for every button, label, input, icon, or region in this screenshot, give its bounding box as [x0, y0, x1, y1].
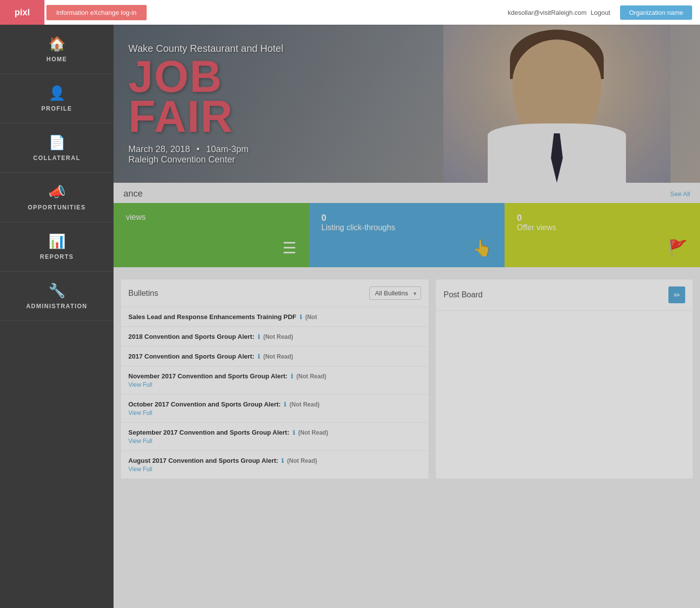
sidebar-item-label-collateral: COLLATERAL: [33, 155, 80, 162]
bulletin-item: November 2017 Convention and Sports Grou…: [121, 366, 428, 395]
bulletin-status: (Not Read): [288, 401, 319, 408]
bulletins-panel: Bulletins All Bulletins Sales Lead and R…: [121, 280, 428, 479]
stat-offer-views-label: Offer views: [517, 223, 688, 232]
info-icon: ℹ: [293, 429, 295, 436]
bulletin-title: October 2017 Convention and Sports Group…: [128, 401, 421, 408]
bulletin-status: (Not Read): [285, 457, 317, 464]
logo-text: pixl: [14, 7, 30, 18]
user-email: kdesollar@visitRaleigh.com: [508, 9, 587, 16]
sidebar-item-opportunities[interactable]: 📣 OPPORTUNITIES: [0, 173, 114, 222]
bulletin-title: August 2017 Convention and Sports Group …: [128, 457, 421, 464]
bulletin-title: Sales Lead and Response Enhancements Tra…: [128, 313, 421, 321]
sidebar-item-label-reports: REPORTS: [40, 253, 74, 260]
stat-listing-views-label: views: [126, 213, 297, 222]
banner: Wake County Restaurant and Hotel JOB FAI…: [114, 25, 700, 183]
stats-header: ance See All: [114, 183, 700, 203]
logout-button[interactable]: Logout: [590, 9, 610, 16]
banner-title-line1: JOB: [128, 57, 283, 97]
sidebar-item-home[interactable]: 🏠 HOME: [0, 25, 114, 74]
bulletin-item: August 2017 Convention and Sports Group …: [121, 451, 428, 479]
collateral-icon: 📄: [48, 134, 66, 151]
bulletin-title: November 2017 Convention and Sports Grou…: [128, 372, 421, 380]
sidebar-item-profile[interactable]: 👤 PROFILE: [0, 74, 114, 123]
sidebar: 🏠 HOME 👤 PROFILE 📄 COLLATERAL 📣 OPPORTUN…: [0, 25, 114, 608]
stats-cards: views ☰ 0 Listing click-throughs 👆 0 Off…: [114, 203, 700, 267]
stat-card-offer-views: 0 Offer views 🚩: [505, 203, 700, 267]
bulletins-title: Bulletins: [128, 289, 158, 298]
banner-time: 10am-3pm: [206, 144, 248, 154]
postboard-title: Post Board: [443, 290, 482, 299]
click-throughs-icon: 👆: [472, 239, 492, 257]
bulletin-status: (Not Read): [295, 373, 326, 380]
bulletins-filter-select[interactable]: All Bulletins: [369, 286, 421, 300]
stat-click-throughs-number: 0: [321, 213, 492, 223]
see-all-link[interactable]: See All: [670, 190, 690, 198]
layout: 🏠 HOME 👤 PROFILE 📄 COLLATERAL 📣 OPPORTUN…: [0, 25, 700, 608]
home-icon: 🏠: [48, 36, 66, 52]
banner-content: Wake County Restaurant and Hotel JOB FAI…: [114, 28, 298, 180]
postboard-panel: Post Board ✏: [436, 280, 693, 479]
info-icon: ℹ: [300, 314, 302, 321]
sidebar-item-label-administration: ADMINISTRATION: [26, 303, 87, 310]
bulletin-status: (Not Read): [297, 429, 328, 436]
stat-click-throughs-label: Listing click-throughs: [321, 223, 492, 232]
profile-icon: 👤: [48, 85, 66, 101]
bulletin-status: (Not Read): [262, 353, 293, 360]
banner-title: JOB FAIR: [128, 57, 283, 137]
bulletin-item: October 2017 Convention and Sports Group…: [121, 395, 428, 423]
view-full-link[interactable]: View Full: [128, 381, 421, 388]
sidebar-item-reports[interactable]: 📊 REPORTS: [0, 222, 114, 272]
org-name-button[interactable]: Organization name: [620, 5, 692, 20]
stat-offer-views-number: 0: [517, 213, 688, 223]
banner-dot: •: [196, 144, 199, 154]
stats-section: ance See All views ☰ 0 Listing click-thr…: [114, 183, 700, 272]
nav-link[interactable]: Information eXchange log-in: [46, 5, 147, 20]
bottom-section: Bulletins All Bulletins Sales Lead and R…: [114, 272, 700, 486]
postboard-edit-button[interactable]: ✏: [668, 286, 685, 303]
stat-card-click-throughs: 0 Listing click-throughs 👆: [309, 203, 505, 267]
bulletin-title: 2018 Convention and Sports Group Alert: …: [128, 333, 421, 340]
info-icon: ℹ: [258, 333, 260, 340]
header: pixl Information eXchange log-in kdesoll…: [0, 0, 700, 25]
logo: pixl: [0, 0, 44, 25]
banner-location: Raleigh Convention Center: [128, 155, 235, 164]
view-full-link[interactable]: View Full: [128, 466, 421, 473]
stat-offer-views-top: 0 Offer views: [517, 213, 688, 232]
info-icon: ℹ: [291, 373, 293, 380]
sidebar-item-administration[interactable]: 🔧 ADMINISTRATION: [0, 272, 114, 321]
postboard-header: Post Board ✏: [436, 280, 693, 311]
info-icon: ℹ: [284, 401, 286, 408]
listing-views-icon: ☰: [282, 239, 297, 257]
banner-date: March 28, 2018: [128, 144, 190, 154]
stat-listing-views-top: views: [126, 213, 297, 222]
offer-views-icon: 🚩: [668, 239, 688, 257]
banner-title-line2: FAIR: [128, 97, 283, 137]
info-icon: ℹ: [258, 353, 260, 360]
administration-icon: 🔧: [48, 283, 66, 299]
bulletin-status: (Not Read): [262, 333, 293, 340]
bulletin-title: September 2017 Convention and Sports Gro…: [128, 429, 421, 436]
bulletins-list: Sales Lead and Response Enhancements Tra…: [121, 307, 428, 479]
sidebar-item-label-home: HOME: [46, 56, 67, 63]
view-full-link[interactable]: View Full: [128, 438, 421, 445]
bulletin-item: 2017 Convention and Sports Group Alert: …: [121, 347, 428, 366]
view-full-link[interactable]: View Full: [128, 409, 421, 416]
sidebar-item-collateral[interactable]: 📄 COLLATERAL: [0, 123, 114, 173]
main-content: Wake County Restaurant and Hotel JOB FAI…: [114, 25, 700, 608]
stats-title: ance: [123, 189, 143, 199]
info-icon: ℹ: [281, 457, 284, 464]
banner-details: March 28, 2018 • 10am-3pm Raleigh Conven…: [128, 144, 283, 165]
bulletins-select-wrap: All Bulletins: [369, 286, 421, 300]
banner-face-inner: [443, 25, 670, 183]
bulletin-title: 2017 Convention and Sports Group Alert: …: [128, 353, 421, 360]
bulletin-item: Sales Lead and Response Enhancements Tra…: [121, 307, 428, 327]
sidebar-item-label-profile: PROFILE: [41, 105, 73, 112]
stat-click-throughs-top: 0 Listing click-throughs: [321, 213, 492, 232]
sidebar-item-label-opportunities: OPPORTUNITIES: [28, 204, 86, 211]
bulletin-status: (Not: [304, 314, 317, 321]
reports-icon: 📊: [48, 233, 66, 249]
bulletin-item: September 2017 Convention and Sports Gro…: [121, 423, 428, 451]
bulletin-item: 2018 Convention and Sports Group Alert: …: [121, 327, 428, 347]
opportunities-icon: 📣: [48, 184, 66, 200]
bulletins-header: Bulletins All Bulletins: [121, 280, 428, 307]
